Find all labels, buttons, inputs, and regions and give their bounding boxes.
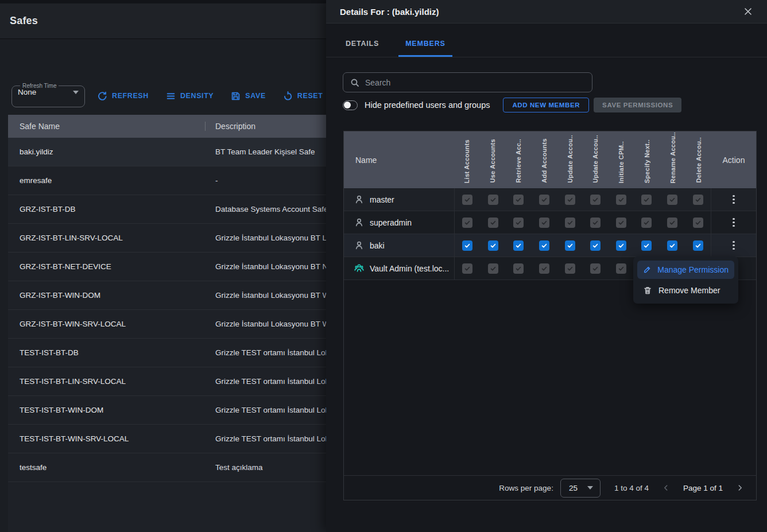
previous-page-button[interactable] xyxy=(660,482,672,494)
rows-per-page-label: Rows per page: xyxy=(499,484,553,492)
permission-checkbox[interactable] xyxy=(557,195,583,205)
safe-name-cell: GRZ-IST-BT-LIN-SRV-LOCAL xyxy=(8,234,215,242)
permission-checkbox[interactable] xyxy=(532,240,557,251)
permission-column-header[interactable]: Retrieve Acc.. xyxy=(506,131,532,188)
permission-checkbox[interactable] xyxy=(455,218,481,228)
tab-details[interactable]: DETAILS xyxy=(339,40,386,57)
permission-checkbox[interactable] xyxy=(660,240,685,251)
member-row[interactable]: superadmin xyxy=(344,211,756,234)
page-title: Safes xyxy=(10,15,38,27)
permission-checkbox[interactable] xyxy=(634,218,660,228)
manage-permission-menu-item[interactable]: Manage Permission xyxy=(637,261,734,279)
permission-checkbox[interactable] xyxy=(660,218,685,228)
permission-checkbox[interactable] xyxy=(685,218,711,228)
permission-column-header[interactable]: List Accounts xyxy=(454,131,480,188)
permission-checkbox[interactable] xyxy=(685,240,711,251)
pagination-range: 1 to 4 of 4 xyxy=(614,484,649,492)
member-action-cell xyxy=(711,188,756,211)
reset-icon xyxy=(283,91,293,101)
tab-members[interactable]: MEMBERS xyxy=(398,40,452,57)
screen: Safes Refresh Time None REFRESH DENSITY … xyxy=(0,0,767,532)
density-button[interactable]: DENSITY xyxy=(166,91,214,101)
reset-button[interactable]: RESET xyxy=(283,91,323,101)
kebab-menu-icon[interactable] xyxy=(730,238,738,253)
permission-column-header[interactable]: Update Accou.. xyxy=(557,131,583,188)
chevron-down-icon xyxy=(73,91,79,94)
permission-checkbox[interactable] xyxy=(583,263,609,274)
member-row[interactable]: baki xyxy=(344,234,756,257)
refresh-time-dropdown[interactable]: Refresh Time None xyxy=(11,83,85,107)
permission-checkbox[interactable] xyxy=(455,263,481,274)
permission-cells xyxy=(454,234,711,257)
hide-predefined-label: Hide predefined users and groups xyxy=(365,100,490,110)
permission-column-header[interactable]: Rename Accou.. xyxy=(660,131,685,188)
add-new-member-button[interactable]: ADD NEW MEMBER xyxy=(503,98,589,112)
permission-checkbox[interactable] xyxy=(481,195,506,205)
permission-checkbox[interactable] xyxy=(634,195,660,205)
permission-checkbox[interactable] xyxy=(506,218,532,228)
rows-per-page-select[interactable]: 25 xyxy=(560,479,601,498)
permission-checkbox[interactable] xyxy=(634,240,660,251)
trash-icon xyxy=(643,286,652,295)
permission-column-header[interactable]: Add Accounts xyxy=(531,131,557,188)
permission-checkbox[interactable] xyxy=(455,240,481,251)
member-name-cell: superadmin xyxy=(344,211,454,234)
permission-checkbox[interactable] xyxy=(685,195,711,205)
remove-member-menu-item[interactable]: Remove Member xyxy=(637,281,734,300)
panel-header: Details For : (baki.yildiz) xyxy=(326,0,767,24)
permission-column-header[interactable]: Specify Next.. xyxy=(634,131,660,188)
member-row[interactable]: master xyxy=(344,188,756,211)
permission-checkbox[interactable] xyxy=(583,218,609,228)
hide-predefined-toggle[interactable] xyxy=(343,100,358,110)
permission-column-header[interactable]: Initiate CPM.. xyxy=(609,131,634,188)
save-permissions-button: SAVE PERMISSIONS xyxy=(594,98,681,112)
safe-description-cell: Grizzle İstanbul Lokasyonu BT Linux xyxy=(215,234,341,242)
permission-checkbox[interactable] xyxy=(557,218,583,228)
permission-column-header[interactable]: Delete Accou.. xyxy=(685,131,711,188)
next-page-button[interactable] xyxy=(734,482,746,494)
permission-checkbox[interactable] xyxy=(609,240,634,251)
permission-checkbox[interactable] xyxy=(481,263,506,274)
permission-checkbox[interactable] xyxy=(609,195,634,205)
permission-checkbox[interactable] xyxy=(557,263,583,274)
member-name: superadmin xyxy=(370,218,412,227)
column-header-name[interactable]: Name xyxy=(344,131,454,188)
permission-checkbox[interactable] xyxy=(557,240,583,251)
permission-checkbox[interactable] xyxy=(506,263,532,274)
permission-checkbox[interactable] xyxy=(609,218,634,228)
safe-description-cell: Grizzle TEST ortamı İstanbul Lokas xyxy=(215,406,338,414)
panel-tabs: DETAILS MEMBERS xyxy=(326,24,767,57)
safe-description-cell: BT Team Leader Kişisel Safe xyxy=(215,147,315,156)
column-header-description[interactable]: Description xyxy=(206,122,255,131)
kebab-menu-icon[interactable] xyxy=(730,215,738,230)
permission-cells xyxy=(454,188,711,211)
permission-checkbox[interactable] xyxy=(532,263,557,274)
toggle-knob xyxy=(344,102,351,108)
permission-checkbox[interactable] xyxy=(455,195,481,205)
permission-checkbox[interactable] xyxy=(532,195,557,205)
safe-name-cell: TEST-IST-BT-LIN-SRV-LOCAL xyxy=(8,377,215,386)
user-icon xyxy=(354,195,364,204)
search-input[interactable] xyxy=(365,78,592,87)
permission-checkbox[interactable] xyxy=(532,218,557,228)
permission-checkbox[interactable] xyxy=(609,263,634,274)
permission-checkbox[interactable] xyxy=(660,195,685,205)
permission-checkbox[interactable] xyxy=(583,240,609,251)
close-icon[interactable] xyxy=(743,6,753,17)
permission-checkbox[interactable] xyxy=(506,240,532,251)
member-controls: Hide predefined users and groups ADD NEW… xyxy=(343,98,750,112)
permission-checkbox[interactable] xyxy=(506,195,532,205)
column-header-safe-name[interactable]: Safe Name xyxy=(8,122,205,131)
kebab-menu-icon[interactable] xyxy=(730,192,738,207)
permission-checkbox[interactable] xyxy=(481,240,506,251)
refresh-button[interactable]: REFRESH xyxy=(98,91,149,101)
save-button[interactable]: SAVE xyxy=(231,91,266,101)
permission-checkbox[interactable] xyxy=(481,218,506,228)
member-search[interactable] xyxy=(343,72,592,92)
safe-description-cell: Grizzle İstanbul Lokasyonu BT Wind xyxy=(215,291,340,300)
permission-checkbox[interactable] xyxy=(583,195,609,205)
permission-column-header[interactable]: Use Accounts xyxy=(480,131,506,188)
save-icon xyxy=(231,91,241,101)
permission-column-header[interactable]: Update Accou.. xyxy=(583,131,609,188)
safe-description-cell: - xyxy=(215,176,218,185)
